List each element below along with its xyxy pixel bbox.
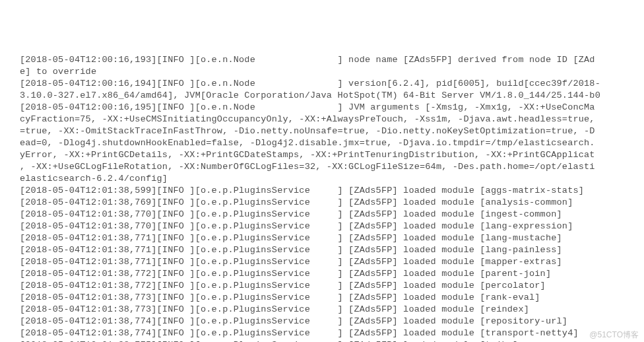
log-line: e] to override bbox=[20, 66, 644, 78]
log-line: [2018-05-04T12:01:38,771][INFO ][o.e.p.P… bbox=[20, 256, 644, 268]
watermark-text: @51CTO博客 bbox=[589, 329, 639, 341]
log-line: [2018-05-04T12:01:38,769][INFO ][o.e.p.P… bbox=[20, 197, 644, 209]
log-line: [2018-05-04T12:01:38,773][INFO ][o.e.p.P… bbox=[20, 304, 644, 316]
log-line: [2018-05-04T12:01:38,771][INFO ][o.e.p.P… bbox=[20, 232, 644, 244]
log-line: [2018-05-04T12:00:16,193][INFO ][o.e.n.N… bbox=[20, 54, 644, 66]
log-line: [2018-05-04T12:01:38,771][INFO ][o.e.p.P… bbox=[20, 244, 644, 256]
log-line: 3.10.0-327.el7.x86_64/amd64], JVM[Oracle… bbox=[20, 90, 644, 102]
log-output: [2018-05-04T12:00:16,193][INFO ][o.e.n.N… bbox=[20, 54, 644, 342]
log-line: [2018-05-04T12:01:38,772][INFO ][o.e.p.P… bbox=[20, 268, 644, 280]
log-line: =true, -XX:-OmitStackTraceInFastThrow, -… bbox=[20, 125, 644, 137]
log-line: yError, -XX:+PrintGCDetails, -XX:+PrintG… bbox=[20, 149, 644, 161]
log-line: [2018-05-04T12:01:38,599][INFO ][o.e.p.P… bbox=[20, 185, 644, 197]
log-line: cyFraction=75, -XX:+UseCMSInitiatingOccu… bbox=[20, 114, 644, 125]
log-line: ead=0, -Dlog4j.shutdownHookEnabled=false… bbox=[20, 137, 644, 149]
log-line: [2018-05-04T12:01:38,775][INFO ][o.e.p.P… bbox=[20, 339, 644, 342]
log-line: [2018-05-04T12:01:38,773][INFO ][o.e.p.P… bbox=[20, 292, 644, 304]
log-line: [2018-05-04T12:01:38,770][INFO ][o.e.p.P… bbox=[20, 209, 644, 221]
log-line: elasticsearch-6.2.4/config] bbox=[20, 173, 644, 185]
log-line: , -XX:+UseGCLogFileRotation, -XX:NumberO… bbox=[20, 161, 644, 173]
log-line: [2018-05-04T12:00:16,194][INFO ][o.e.n.N… bbox=[20, 78, 644, 90]
log-line: [2018-05-04T12:01:38,772][INFO ][o.e.p.P… bbox=[20, 280, 644, 292]
log-line: [2018-05-04T12:01:38,770][INFO ][o.e.p.P… bbox=[20, 221, 644, 232]
log-line: [2018-05-04T12:00:16,195][INFO ][o.e.n.N… bbox=[20, 102, 644, 114]
log-line: [2018-05-04T12:01:38,774][INFO ][o.e.p.P… bbox=[20, 316, 644, 327]
log-line: [2018-05-04T12:01:38,774][INFO ][o.e.p.P… bbox=[20, 327, 644, 339]
